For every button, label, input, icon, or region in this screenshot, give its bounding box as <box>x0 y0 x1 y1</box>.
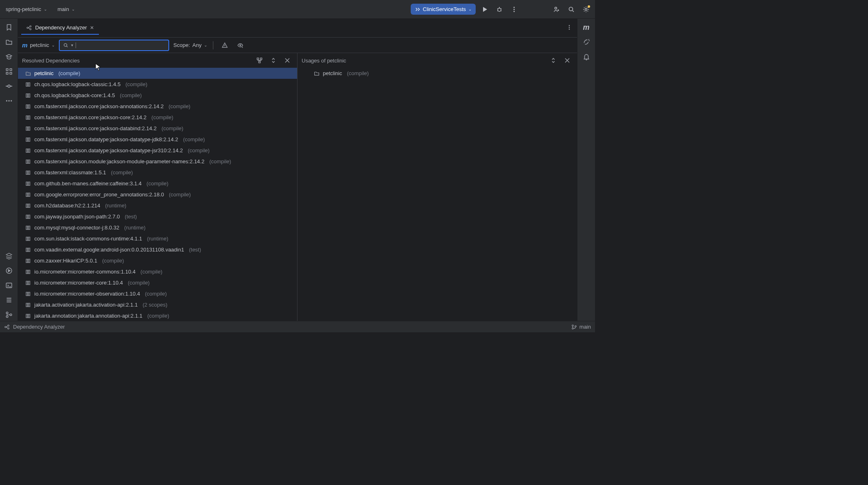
dependency-item[interactable]: ch.qos.logback:logback-core:1.4.5(compil… <box>18 90 297 101</box>
dependency-name: com.fasterxml.jackson.core:jackson-annot… <box>34 103 164 109</box>
panel-title: Resolved Dependencies <box>22 58 80 64</box>
notifications-tool[interactable] <box>580 51 593 63</box>
search-everywhere-button[interactable] <box>566 4 577 15</box>
dependency-item[interactable]: com.fasterxml.jackson.module:jackson-mod… <box>18 156 297 167</box>
dependency-scope: (runtime) <box>105 202 126 209</box>
tab-more-button[interactable] <box>566 24 577 31</box>
svg-rect-81 <box>29 248 30 251</box>
status-branch[interactable]: main <box>571 324 591 330</box>
svg-point-20 <box>6 312 8 314</box>
module-selector[interactable]: m petclinic ⌄ <box>22 42 55 49</box>
svg-rect-60 <box>29 171 30 174</box>
search-input[interactable]: ▾ <box>59 40 169 51</box>
dependency-item[interactable]: io.micrometer:micrometer-observation:1.1… <box>18 288 297 299</box>
svg-rect-50 <box>27 138 29 141</box>
todo-tool[interactable] <box>3 294 15 306</box>
layers-tool[interactable] <box>3 250 15 262</box>
dependency-item[interactable]: com.fasterxml.jackson.core:jackson-core:… <box>18 112 297 123</box>
svg-rect-92 <box>27 292 29 296</box>
scope-value: Any <box>192 42 201 48</box>
structure-tool[interactable] <box>3 65 15 78</box>
project-tool[interactable] <box>3 36 15 48</box>
svg-point-14 <box>8 85 10 87</box>
dependency-scope: (compile) <box>141 269 162 275</box>
bookmarks-tool[interactable] <box>3 21 15 33</box>
dependency-name: com.sun.istack:istack-commons-runtime:4.… <box>34 236 142 242</box>
dependency-item[interactable]: com.mysql:mysql-connector-j:8.0.32(runti… <box>18 222 297 233</box>
tab-dependency-analyzer[interactable]: Dependency Analyzer ✕ <box>21 21 99 35</box>
dependency-name: com.fasterxml.jackson.core:jackson-datab… <box>34 125 157 131</box>
more-actions-button[interactable] <box>508 4 520 15</box>
dependency-item[interactable]: com.zaxxer:HikariCP:5.0.1(compile) <box>18 255 297 266</box>
dependency-item[interactable]: jakarta.activation:jakarta.activation-ap… <box>18 299 297 310</box>
maven-icon: m <box>22 42 27 49</box>
branch-selector[interactable]: main ⌄ <box>53 4 77 14</box>
dependency-name: com.fasterxml.jackson.core:jackson-core:… <box>34 114 147 120</box>
close-panel-button[interactable] <box>562 55 573 66</box>
dependency-item[interactable]: io.micrometer:micrometer-commons:1.10.4(… <box>18 266 297 277</box>
svg-rect-41 <box>27 105 29 108</box>
svg-point-21 <box>6 316 8 318</box>
expand-all-button[interactable] <box>268 55 279 66</box>
dependency-item[interactable]: io.micrometer:micrometer-core:1.10.4(com… <box>18 277 297 288</box>
learn-tool[interactable] <box>3 51 15 63</box>
dependency-item[interactable]: com.jayway.jsonpath:json-path:2.7.0(test… <box>18 211 297 222</box>
terminal-tool[interactable] <box>3 279 15 291</box>
more-tool[interactable] <box>3 95 15 107</box>
show-button[interactable] <box>235 40 246 51</box>
close-icon[interactable]: ✕ <box>90 25 94 31</box>
dependency-name: com.mysql:mysql-connector-j:8.0.32 <box>34 225 119 231</box>
dependency-item[interactable]: ch.qos.logback:logback-classic:1.4.5(com… <box>18 79 297 90</box>
conflicts-button[interactable] <box>219 40 230 51</box>
svg-rect-57 <box>29 160 30 163</box>
usages-list[interactable]: petclinic(compile) <box>298 68 577 321</box>
svg-rect-38 <box>27 93 29 97</box>
dependency-item[interactable]: com.github.ben-manes.caffeine:caffeine:3… <box>18 178 297 189</box>
svg-rect-80 <box>27 248 29 251</box>
dependency-list[interactable]: petclinic(compile)ch.qos.logback:logback… <box>18 68 297 321</box>
tree-view-button[interactable] <box>254 55 265 66</box>
dependency-item[interactable]: com.fasterxml.jackson.datatype:jackson-d… <box>18 145 297 156</box>
dependency-item[interactable]: com.google.errorprone:error_prone_annota… <box>18 189 297 200</box>
svg-point-15 <box>6 100 7 101</box>
svg-rect-48 <box>29 127 30 130</box>
close-panel-button[interactable] <box>282 55 293 66</box>
svg-point-24 <box>30 25 31 27</box>
collaborate-button[interactable] <box>551 4 562 15</box>
ai-tool[interactable] <box>580 36 593 48</box>
svg-rect-87 <box>29 270 30 274</box>
svg-point-103 <box>572 325 574 326</box>
svg-point-100 <box>5 326 7 328</box>
dependency-name: com.vaadin.external.google:android-json:… <box>34 247 184 253</box>
dependency-icon <box>26 25 32 31</box>
commit-tool[interactable] <box>3 80 15 92</box>
run-button[interactable] <box>479 4 490 15</box>
dependency-root[interactable]: petclinic(compile) <box>18 68 297 79</box>
dependency-item[interactable]: com.h2database:h2:2.1.214(runtime) <box>18 200 297 211</box>
svg-rect-65 <box>27 193 29 196</box>
run-config-selector[interactable]: ClinicServiceTests ⌄ <box>411 4 476 15</box>
expand-all-button[interactable] <box>548 55 559 66</box>
svg-rect-97 <box>26 314 27 318</box>
svg-rect-77 <box>27 237 29 240</box>
settings-notification-dot <box>588 5 590 8</box>
dependency-item[interactable]: com.vaadin.external.google:android-json:… <box>18 244 297 255</box>
settings-button[interactable] <box>580 4 592 15</box>
dependency-root[interactable]: petclinic(compile) <box>298 68 577 79</box>
debug-button[interactable] <box>494 4 505 15</box>
scope-selector[interactable]: Scope: Any ⌄ <box>173 42 207 48</box>
svg-rect-13 <box>10 72 12 74</box>
dependency-item[interactable]: com.fasterxml.jackson.datatype:jackson-d… <box>18 134 297 145</box>
project-selector[interactable]: spring-petclinic ⌄ <box>3 4 49 14</box>
run-tool[interactable] <box>3 265 15 277</box>
dependency-item[interactable]: com.sun.istack:istack-commons-runtime:4.… <box>18 233 297 244</box>
maven-tool[interactable]: m <box>580 21 593 33</box>
search-options-icon[interactable]: ▾ <box>71 43 73 47</box>
dependency-item[interactable]: jakarta.annotation:jakarta.annotation-ap… <box>18 310 297 321</box>
dependency-name: com.fasterxml.jackson.datatype:jackson-d… <box>34 136 178 142</box>
dependency-name: petclinic <box>323 70 342 76</box>
dependency-item[interactable]: com.fasterxml:classmate:1.5.1(compile) <box>18 167 297 178</box>
git-tool[interactable] <box>3 309 15 321</box>
dependency-item[interactable]: com.fasterxml.jackson.core:jackson-datab… <box>18 123 297 134</box>
dependency-item[interactable]: com.fasterxml.jackson.core:jackson-annot… <box>18 101 297 112</box>
